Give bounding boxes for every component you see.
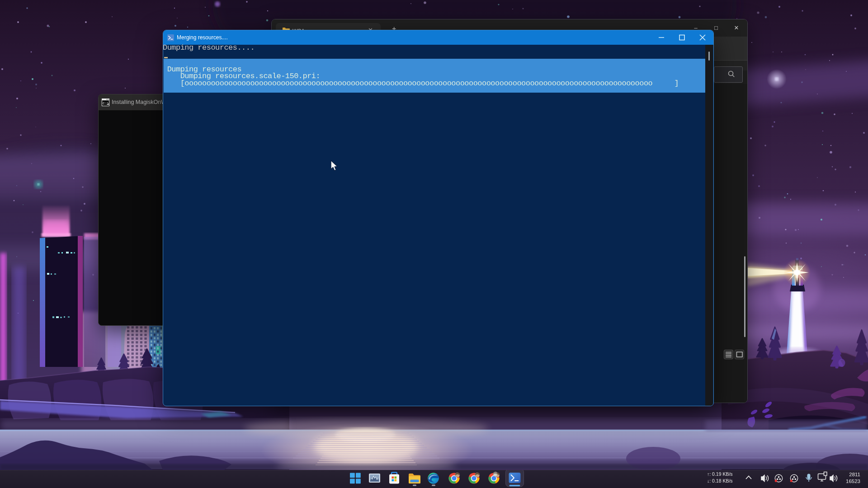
svg-text:2811: 2811 — [849, 472, 860, 477]
svg-text:↓: 0.18 KB/s: ↓: 0.18 KB/s — [707, 478, 733, 483]
svg-text:16523: 16523 — [846, 479, 860, 484]
svg-text:↑: 0.19 KB/s: ↑: 0.19 KB/s — [707, 471, 733, 477]
